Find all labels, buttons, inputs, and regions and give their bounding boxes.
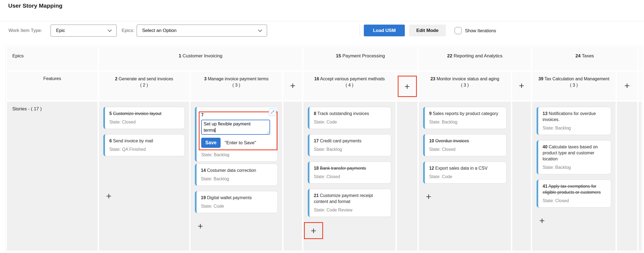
chevron-down-icon [258,29,262,32]
feature-count: ( 3 ) [421,82,508,88]
story-spacer-cell [512,102,531,251]
story-title: Customize payment receipt content and fo… [314,193,373,204]
load-usm-button[interactable]: Load USM [364,25,405,36]
edit-pencil-button[interactable] [269,108,276,116]
usm-grid: Epics 1 Customer Invoicing 15 Payment Pr… [5,46,643,252]
story-spacer-cell [397,102,417,251]
epic-title: Reporting and Analytics [454,53,503,58]
save-button[interactable]: Save [201,138,221,148]
textarea-line: terms [204,128,215,133]
story-id: 6 [109,139,112,143]
epics-row-label: Epics [7,47,98,70]
story-card[interactable]: 9 Sales reports by product category Stat… [423,107,507,129]
features-row-label: Features [7,72,98,100]
story-column-invoice-status: 9 Sales reports by product category Stat… [419,102,511,251]
story-card[interactable]: 14 Costumer data correction State: Backl… [195,164,278,186]
add-story-button[interactable]: + [420,189,437,204]
toolbar-divider [360,25,360,36]
story-card[interactable]: 13 Notifications for overdue invoices. S… [537,107,611,135]
add-story-button[interactable]: + [192,218,209,234]
add-story-button[interactable]: + [305,223,322,238]
feature-partial-cell [639,72,642,100]
story-state: State: Closed [314,174,387,180]
story-card[interactable]: 8 Track outstanding invoices State: Code [308,107,391,129]
epic-taxes[interactable]: 24 Taxes [532,47,637,70]
story-title: Apply tax exemptions for eligible produc… [543,184,601,195]
feature-title: Manage invoice payment terms [208,77,268,81]
story-id: 18 [314,166,319,170]
add-story-button[interactable]: + [533,213,551,228]
feature-column-cell: + [512,72,531,100]
epics-label: Epics: [122,28,134,33]
story-card[interactable]: 12 Export sales data in a CSV State: Cod… [423,161,507,184]
story-card[interactable]: 5 Customize invoice layout State: Closed [103,107,185,129]
story-state: State: Backlog [543,125,607,131]
story-card[interactable]: 40 Calculate taxes based on product type… [537,140,611,174]
epic-payment-processing[interactable]: 15 Payment Processing [303,47,417,70]
story-title-textarea[interactable]: Set up flexible paymentterms [201,120,270,135]
page-title: User Story Mapping [8,2,62,9]
edit-mode-button[interactable]: Edit Mode [409,25,446,36]
epic-id: 15 [336,53,341,58]
feature-invoice-status[interactable]: 23 Monitor invoice status and aging ( 3 … [419,72,511,100]
add-feature-button[interactable]: + [399,77,416,96]
story-card[interactable]: 17 Credit card payments State: Backlog [308,134,391,156]
story-spacer-cell [283,102,302,251]
story-id: 14 [201,168,206,173]
story-title: Customize invoice layout [113,111,161,116]
feature-generate-invoices[interactable]: 2 Generate and send invoices ( 2 ) [99,72,189,100]
story-card[interactable]: 41 Apply tax exemptions for eligible pro… [537,180,611,208]
plus-icon: + [539,216,545,225]
add-story-button[interactable]: + [100,188,118,204]
add-feature-button[interactable]: + [284,76,301,95]
plus-icon: + [405,82,410,91]
story-state: State: Backlog [201,152,273,158]
story-state: State: Closed [543,198,607,204]
story-card[interactable]: 10 Overdue invoices State: Closed [423,134,507,156]
feature-tax-calculation[interactable]: 39 Tax Calculation and Management ( 3 ) [532,72,616,100]
story-title: Overdue invoices [435,139,469,143]
feature-payment-methods[interactable]: 16 Accept various payment methods ( 4 ) [303,72,396,100]
story-id: 12 [429,166,434,170]
epic-title: Taxes [582,53,594,58]
plus-icon: + [519,81,524,90]
story-partial-cell [639,102,642,251]
work-item-type-value: Epic [56,28,65,33]
feature-title: Tax Calculation and Management [545,77,609,81]
work-item-type-select[interactable]: Epic [51,25,117,37]
header-divider [0,21,644,21]
story-id: 40 [543,145,548,149]
story-card[interactable]: 19 Digital wallet payments State: Code [195,191,278,213]
stories-row-label: Stories - ( 17 ) [7,102,98,251]
epic-reporting-analytics[interactable]: 22 Reporting and Analytics [419,47,531,70]
add-feature-button[interactable]: + [618,76,636,95]
feature-payment-terms[interactable]: 3 Manage invoice payment terms ( 3 ) [191,72,282,100]
plus-icon: + [198,221,203,231]
textarea-line: Set up flexible payment [204,121,267,127]
feature-title: Monitor invoice status and aging [437,77,499,81]
feature-count: ( 3 ) [193,82,279,88]
story-card-editing[interactable]: 7 Set up flexible paymentterms Save "Ent… [195,107,278,162]
story-title: Sales reports by product category [433,111,498,116]
story-id: 21 [314,193,319,198]
feature-column-cell: + [617,72,637,100]
feature-title: Generate and send invoices [119,77,173,81]
story-id: 7 [201,113,204,117]
story-state: State: QA Finished [109,146,180,152]
plus-icon: + [426,192,431,201]
epic-title: Customer Invoicing [183,53,223,58]
resize-grip-icon[interactable] [266,131,269,134]
show-iterations-label: Show Iterations [465,28,496,33]
story-state: State: Code Review [314,207,387,213]
story-card[interactable]: 18 Bank transfer payments State: Closed [308,161,391,184]
feature-count: ( 3 ) [535,82,613,88]
story-card[interactable]: 21 Customize payment receipt content and… [308,189,391,217]
epic-customer-invoicing[interactable]: 1 Customer Invoicing [99,47,302,70]
story-title: Track outstanding invoices [317,111,369,116]
story-id: 9 [429,111,432,116]
story-card[interactable]: 6 Send invoice by mail State: QA Finishe… [103,134,185,156]
epics-select[interactable]: Select an Option [137,25,267,37]
show-iterations-checkbox[interactable] [455,27,462,34]
add-feature-button[interactable]: + [513,76,530,95]
feature-count: ( 4 ) [306,82,393,88]
